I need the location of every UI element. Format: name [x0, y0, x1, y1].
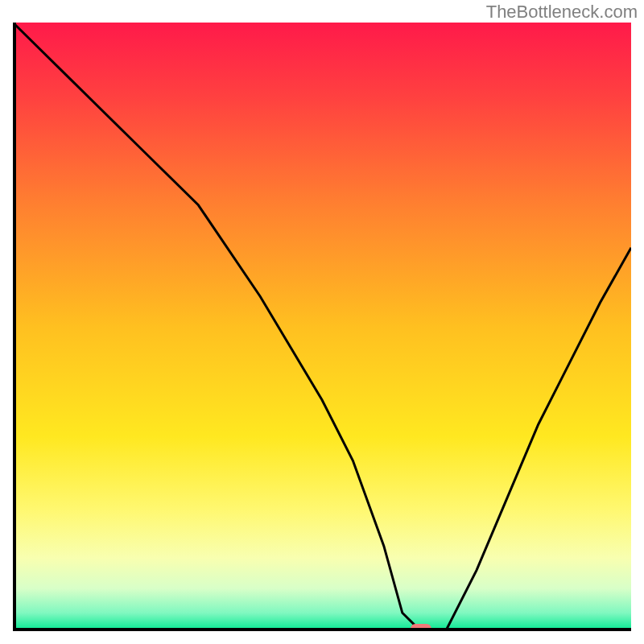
chart-container: TheBottleneck.com	[0, 0, 644, 644]
bottleneck-chart	[13, 23, 631, 631]
highlight-marker	[411, 624, 431, 631]
watermark-text: TheBottleneck.com	[486, 2, 638, 23]
